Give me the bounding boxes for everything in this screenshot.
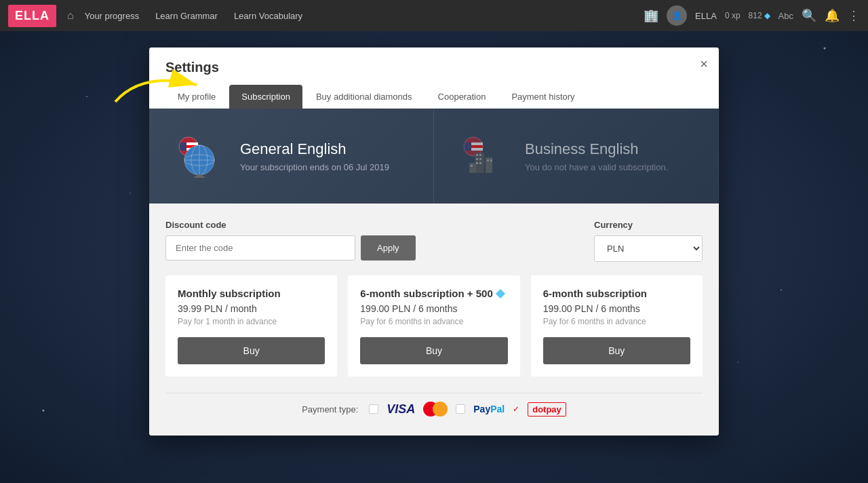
plan-6month: 6-month subscription 199.00 PLN / 6 mont… xyxy=(531,275,703,376)
general-english-panel[interactable]: General English Your subscription ends o… xyxy=(149,109,434,204)
navbar-right: 🏢 👤 ELLA 0 xp 812 ◆ Abc 🔍 🔔 ⋮ xyxy=(644,5,860,26)
nav-your-progress[interactable]: Your progress xyxy=(85,11,139,21)
business-english-title: Business English xyxy=(525,140,668,158)
business-english-info: Business English You do not have a valid… xyxy=(525,140,668,172)
modal-header: Settings × My profile Subscription Buy a… xyxy=(149,47,719,109)
buy-monthly-button[interactable]: Buy xyxy=(178,337,325,364)
mastercard-logo xyxy=(423,402,448,417)
modal-title: Settings xyxy=(165,60,703,75)
discount-input[interactable] xyxy=(165,235,355,260)
svg-rect-28 xyxy=(479,162,481,164)
visa-checkbox[interactable] xyxy=(369,404,378,414)
paypal-checkbox[interactable] xyxy=(456,404,465,414)
search-icon[interactable]: 🔍 xyxy=(802,8,816,23)
business-english-subtitle: You do not have a valid subscription. xyxy=(525,162,668,172)
nav-learn-grammar[interactable]: Learn Grammar xyxy=(155,11,218,21)
svg-rect-13 xyxy=(194,176,205,178)
payment-type-row: Payment type: VISA PayPal ✓ dotpay xyxy=(165,393,703,419)
svg-rect-26 xyxy=(479,158,481,160)
more-icon[interactable]: ⋮ xyxy=(848,8,860,23)
visa-logo: VISA xyxy=(387,402,415,417)
xp-label: 0 xp xyxy=(725,11,741,20)
tab-subscription[interactable]: Subscription xyxy=(229,85,302,109)
avatar[interactable]: 👤 xyxy=(667,5,687,26)
discount-input-row: Apply xyxy=(165,235,416,260)
app-logo: ELLA xyxy=(8,5,56,27)
plan-6month-diamond: 6-month subscription + 500 199.00 PLN / … xyxy=(348,275,519,376)
home-icon[interactable]: ⌂ xyxy=(67,9,74,22)
plan-6month-price: 199.00 PLN / 6 months xyxy=(543,303,690,314)
tabs: My profile Subscription Buy additional d… xyxy=(165,85,703,109)
avatar-icon: 👤 xyxy=(672,11,682,20)
abc-label: Abc xyxy=(778,11,793,21)
settings-modal: Settings × My profile Subscription Buy a… xyxy=(149,47,719,436)
svg-rect-29 xyxy=(487,159,489,161)
svg-rect-30 xyxy=(490,159,492,161)
diamonds-count: 812 ◆ xyxy=(749,11,770,20)
diamond-icon xyxy=(496,288,505,298)
plan-6month-note: Pay for 6 months in advance xyxy=(543,317,690,326)
tab-payment-history[interactable]: Payment history xyxy=(499,85,587,109)
tab-cooperation[interactable]: Cooperation xyxy=(426,85,498,109)
dotpay-logo: dotpay xyxy=(528,402,566,417)
buy-6month-diamond-button[interactable]: Buy xyxy=(360,337,507,364)
svg-rect-27 xyxy=(476,162,478,164)
modal-body: Discount code Apply Currency PLN EUR USD… xyxy=(149,204,719,436)
discount-currency-row: Discount code Apply Currency PLN EUR USD… xyxy=(165,220,703,262)
username: ELLA xyxy=(695,11,717,21)
navbar: ELLA ⌂ Your progress Learn Grammar Learn… xyxy=(0,0,868,31)
general-globe xyxy=(170,129,224,183)
diamond-icon: ◆ xyxy=(764,11,770,20)
svg-rect-22 xyxy=(469,163,476,173)
nav-links: Your progress Learn Grammar Learn Vocabu… xyxy=(85,11,644,21)
plan-6month-name: 6-month subscription xyxy=(543,288,690,299)
currency-select[interactable]: PLN EUR USD GBP xyxy=(594,235,703,262)
modal-overlay: Settings × My profile Subscription Buy a… xyxy=(0,0,868,483)
tab-my-profile[interactable]: My profile xyxy=(165,85,228,109)
svg-rect-24 xyxy=(479,154,481,156)
plans-row: Monthly subscription 39.99 PLN / month P… xyxy=(165,275,703,376)
buy-6month-button[interactable]: Buy xyxy=(543,337,690,364)
close-button[interactable]: × xyxy=(700,57,708,71)
currency-label: Currency xyxy=(594,220,703,230)
dotpay-check: ✓ xyxy=(513,404,519,414)
business-globe xyxy=(454,129,509,183)
subscription-banner: General English Your subscription ends o… xyxy=(149,109,719,204)
svg-rect-25 xyxy=(476,158,478,160)
plan-6month-diamond-note: Pay for 6 months in advance xyxy=(360,317,507,326)
buildings-icon: 🏢 xyxy=(644,8,658,23)
apply-button[interactable]: Apply xyxy=(361,235,416,260)
nav-learn-vocabulary[interactable]: Learn Vocabulary xyxy=(234,11,302,21)
business-english-panel[interactable]: Business English You do not have a valid… xyxy=(434,109,719,204)
svg-rect-23 xyxy=(476,154,478,156)
plan-6month-diamond-price: 199.00 PLN / 6 months xyxy=(360,303,507,314)
svg-rect-5 xyxy=(179,142,186,151)
svg-rect-31 xyxy=(471,165,473,167)
paypal-logo: PayPal xyxy=(473,404,505,414)
bell-icon[interactable]: 🔔 xyxy=(825,8,840,23)
svg-rect-18 xyxy=(464,142,471,151)
plan-monthly-name: Monthly subscription xyxy=(178,288,325,299)
discount-section: Discount code Apply xyxy=(165,220,416,260)
general-english-title: General English xyxy=(240,140,389,158)
payment-type-label: Payment type: xyxy=(302,404,358,414)
plan-6month-diamond-name: 6-month subscription + 500 xyxy=(360,288,507,299)
tab-buy-diamonds[interactable]: Buy additional diamonds xyxy=(304,85,425,109)
mc-orange-circle xyxy=(433,402,448,417)
plan-monthly-price: 39.99 PLN / month xyxy=(178,303,325,314)
currency-section: Currency PLN EUR USD GBP xyxy=(594,220,703,262)
general-english-subtitle: Your subscription ends on 06 Jul 2019 xyxy=(240,162,389,172)
discount-label: Discount code xyxy=(165,220,416,230)
payment-logos: VISA PayPal ✓ dotpay xyxy=(369,402,566,417)
plan-monthly: Monthly subscription 39.99 PLN / month P… xyxy=(165,275,337,376)
svg-rect-12 xyxy=(197,174,202,176)
general-english-info: General English Your subscription ends o… xyxy=(240,140,389,172)
plan-monthly-note: Pay for 1 month in advance xyxy=(178,317,325,326)
